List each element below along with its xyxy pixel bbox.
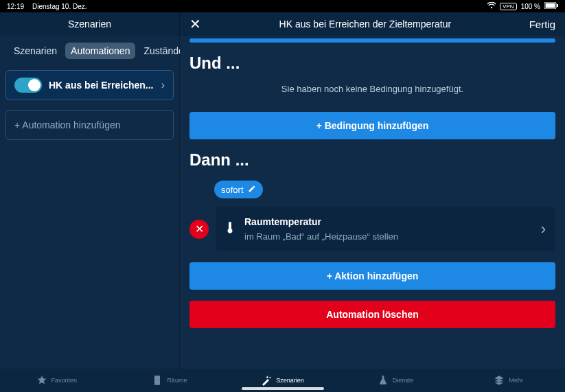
flask-icon xyxy=(378,375,389,386)
tab-automations[interactable]: Automationen xyxy=(65,43,135,59)
chevron-right-icon: › xyxy=(541,220,546,238)
layers-icon xyxy=(494,375,505,386)
automation-label: HK aus bei Erreichen... xyxy=(49,80,154,91)
add-action-button[interactable]: + Aktion hinzufügen xyxy=(189,262,555,290)
progress-bar xyxy=(189,38,555,43)
battery-text: 100 % xyxy=(521,3,540,10)
wand-icon xyxy=(261,375,272,386)
automation-toggle[interactable] xyxy=(14,78,42,93)
wifi-icon xyxy=(487,2,496,10)
nav-rooms[interactable]: Räume xyxy=(113,375,227,386)
star-icon xyxy=(36,375,47,386)
segmented-control: Szenarien Automationen Zustände xyxy=(5,43,174,59)
pencil-icon xyxy=(248,185,256,195)
nav-label: Dienste xyxy=(393,377,414,384)
nav-label: Favoriten xyxy=(51,377,78,384)
nav-label: Räume xyxy=(167,377,187,384)
delete-automation-button[interactable]: Automation löschen xyxy=(189,301,555,328)
done-button[interactable]: Fertig xyxy=(529,19,555,30)
action-card[interactable]: Raumtemperatur im Raum „Bad“ auf „Heizpa… xyxy=(216,207,555,251)
nav-more[interactable]: Mehr xyxy=(452,375,565,386)
svg-rect-2 xyxy=(557,4,558,7)
sidebar-title: Szenarien xyxy=(0,12,180,36)
and-empty-text: Sie haben noch keine Bedingung hinzugefü… xyxy=(189,84,555,94)
svg-rect-1 xyxy=(546,3,555,8)
status-time: 12:19 xyxy=(7,3,24,10)
nav-label: Mehr xyxy=(509,377,523,384)
add-condition-button[interactable]: + Bedingung hinzufügen xyxy=(189,112,555,139)
thermometer-icon xyxy=(225,222,235,237)
door-icon xyxy=(152,375,163,386)
action-title: Raumtemperatur xyxy=(244,216,531,227)
nav-scenarios[interactable]: Szenarien xyxy=(226,375,339,386)
nav-label: Szenarien xyxy=(276,377,304,384)
timing-chip[interactable]: sofort xyxy=(214,181,263,198)
battery-icon xyxy=(544,2,558,10)
sidebar: Szenarien Automationen Zustände HK aus b… xyxy=(0,36,180,369)
tab-scenarios[interactable]: Szenarien xyxy=(8,43,62,59)
add-automation-button[interactable]: + Automation hinzufügen xyxy=(5,110,174,140)
nav-favorites[interactable]: Favoriten xyxy=(0,375,113,386)
automation-list-item[interactable]: HK aus bei Erreichen... › xyxy=(5,70,174,100)
vpn-badge: VPN xyxy=(500,3,516,10)
status-date: Dienstag 10. Dez. xyxy=(32,3,87,10)
section-and-title: Und ... xyxy=(189,54,555,73)
action-subtitle: im Raum „Bad“ auf „Heizpause“ stellen xyxy=(244,231,531,242)
nav-services[interactable]: Dienste xyxy=(339,375,452,386)
home-indicator xyxy=(242,387,324,390)
status-bar: 12:19 Dienstag 10. Dez. VPN 100 % xyxy=(0,0,565,12)
timing-chip-label: sofort xyxy=(221,185,244,195)
page-title: HK aus bei Erreichen der Zieltemperatur xyxy=(279,19,452,30)
close-icon[interactable]: ✕ xyxy=(189,17,201,31)
section-then-title: Dann ... xyxy=(189,150,555,170)
chevron-right-icon: › xyxy=(161,79,165,91)
delete-action-button[interactable]: ✕ xyxy=(189,220,209,239)
main-content: Und ... Sie haben noch keine Bedingung h… xyxy=(180,36,565,369)
